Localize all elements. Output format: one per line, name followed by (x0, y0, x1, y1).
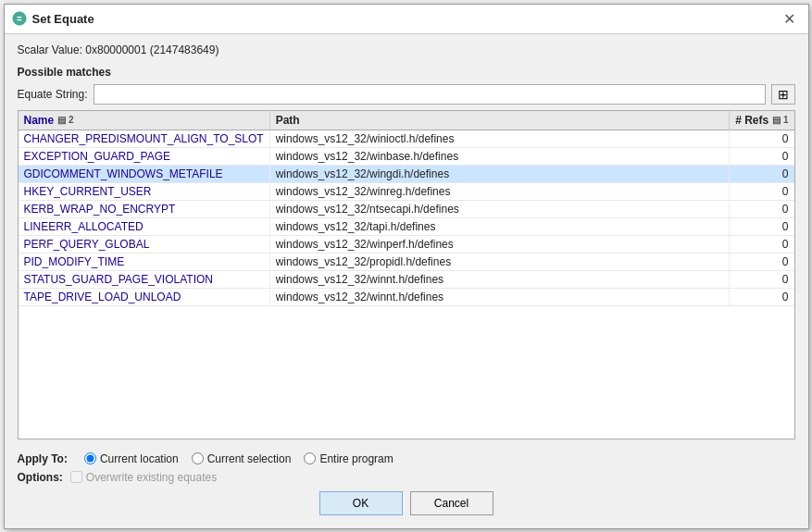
cell-refs: 0 (730, 288, 794, 305)
cell-name: GDICOMMENT_WINDOWS_METAFILE (19, 165, 270, 182)
table-row[interactable]: KERB_WRAP_NO_ENCRYPTwindows_vs12_32/ntse… (19, 200, 794, 217)
radio-entire-program-label: Entire program (319, 452, 393, 465)
svg-text:=: = (17, 14, 22, 24)
cell-name: EXCEPTION_GUARD_PAGE (19, 147, 270, 165)
cell-name: TAPE_DRIVE_LOAD_UNLOAD (19, 288, 270, 305)
cell-refs: 0 (730, 235, 794, 253)
cell-name: STATUS_GUARD_PAGE_VIOLATION (19, 270, 270, 288)
table-body: CHANGER_PREDISMOUNT_ALIGN_TO_SLOTwindows… (19, 130, 794, 305)
scalar-label: Scalar Value: (18, 43, 82, 56)
cell-path: windows_vs12_32/winioctl.h/defines (269, 130, 729, 147)
cell-path: windows_vs12_32/ntsecapi.h/defines (269, 200, 729, 217)
overwrite-checkbox-label: Overwrite existing equates (70, 471, 217, 484)
col-header-path[interactable]: Path (269, 111, 729, 130)
apply-row: Apply To: Current location Current selec… (18, 452, 795, 465)
cell-path: windows_vs12_32/winreg.h/defines (269, 182, 729, 200)
scalar-number: 0x80000001 (2147483649) (85, 43, 219, 56)
col-header-refs[interactable]: # Refs ▤ 1 (730, 111, 794, 130)
dialog-icon: = (12, 11, 27, 26)
cell-path: windows_vs12_32/propidl.h/defines (269, 253, 729, 270)
table-container: Name ▤ 2 Path # Refs ▤ 1 (18, 110, 795, 439)
radio-group: Current location Current selection Entir… (84, 452, 394, 465)
radio-current-location-input[interactable] (84, 452, 96, 464)
table-row[interactable]: EXCEPTION_GUARD_PAGEwindows_vs12_32/winb… (19, 147, 794, 165)
scalar-value: Scalar Value: 0x80000001 (2147483649) (18, 43, 795, 56)
table-row[interactable]: TAPE_DRIVE_LOAD_UNLOADwindows_vs12_32/wi… (19, 288, 794, 305)
radio-entire-program-input[interactable] (304, 452, 316, 464)
table-row[interactable]: PID_MODIFY_TIMEwindows_vs12_32/propidl.h… (19, 253, 794, 270)
options-row: Options: Overwrite existing equates (18, 471, 795, 484)
cell-path: windows_vs12_32/winbase.h/defines (269, 147, 729, 165)
table-row[interactable]: PERF_QUERY_GLOBALwindows_vs12_32/winperf… (19, 235, 794, 253)
refs-col-label: # Refs (735, 114, 768, 127)
cell-name: PERF_QUERY_GLOBAL (19, 235, 270, 253)
cell-path: windows_vs12_32/winnt.h/defines (269, 288, 729, 305)
cell-name: CHANGER_PREDISMOUNT_ALIGN_TO_SLOT (19, 130, 270, 147)
radio-entire-program[interactable]: Entire program (304, 452, 393, 465)
close-button[interactable]: ✕ (779, 7, 801, 30)
set-equate-dialog: = Set Equate ✕ Scalar Value: 0x80000001 … (4, 4, 809, 529)
col-header-name[interactable]: Name ▤ 2 (19, 111, 270, 130)
cancel-button[interactable]: Cancel (410, 491, 493, 515)
cell-name: HKEY_CURRENT_USER (19, 182, 270, 200)
cell-name: KERB_WRAP_NO_ENCRYPT (19, 200, 270, 217)
equate-browse-button[interactable]: ⊞ (771, 84, 795, 105)
cell-refs: 0 (730, 253, 794, 270)
radio-current-location[interactable]: Current location (84, 452, 179, 465)
options-label: Options: (18, 471, 63, 484)
equate-row: Equate String: ⊞ (18, 84, 795, 105)
radio-current-location-label: Current location (100, 452, 179, 465)
cell-refs: 0 (730, 165, 794, 182)
radio-current-selection[interactable]: Current selection (192, 452, 292, 465)
apply-to-label: Apply To: (18, 452, 68, 465)
cell-name: LINEERR_ALLOCATED (19, 217, 270, 235)
overwrite-checkbox[interactable] (70, 471, 82, 483)
cell-name: PID_MODIFY_TIME (19, 253, 270, 270)
dialog-title: Set Equate (32, 12, 94, 26)
cell-refs: 0 (730, 217, 794, 235)
results-table: Name ▤ 2 Path # Refs ▤ 1 (19, 111, 794, 306)
overwrite-label: Overwrite existing equates (86, 471, 217, 484)
name-col-label: Name (24, 114, 55, 127)
name-col-icon: ▤ 2 (57, 115, 73, 125)
ok-button[interactable]: OK (319, 491, 403, 515)
radio-current-selection-label: Current selection (207, 452, 292, 465)
cell-refs: 0 (730, 200, 794, 217)
cell-refs: 0 (730, 147, 794, 165)
equate-string-label: Equate String: (18, 88, 88, 101)
table-row[interactable]: STATUS_GUARD_PAGE_VIOLATIONwindows_vs12_… (19, 270, 794, 288)
table-row[interactable]: HKEY_CURRENT_USERwindows_vs12_32/winreg.… (19, 182, 794, 200)
cell-path: windows_vs12_32/wingdi.h/defines (269, 165, 729, 182)
table-row[interactable]: CHANGER_PREDISMOUNT_ALIGN_TO_SLOTwindows… (19, 130, 794, 147)
title-bar: = Set Equate ✕ (5, 5, 808, 34)
equate-string-input[interactable] (94, 84, 766, 105)
footer-section: Apply To: Current location Current selec… (18, 449, 795, 484)
cell-path: windows_vs12_32/winperf.h/defines (269, 235, 729, 253)
buttons-row: OK Cancel (18, 484, 795, 519)
possible-matches-label: Possible matches (18, 66, 795, 79)
cell-path: windows_vs12_32/tapi.h/defines (269, 217, 729, 235)
cell-refs: 0 (730, 270, 794, 288)
cell-path: windows_vs12_32/winnt.h/defines (269, 270, 729, 288)
dialog-body: Scalar Value: 0x80000001 (2147483649) Po… (5, 34, 808, 528)
path-col-label: Path (276, 114, 300, 127)
cell-refs: 0 (730, 182, 794, 200)
table-row[interactable]: GDICOMMENT_WINDOWS_METAFILEwindows_vs12_… (19, 165, 794, 182)
radio-current-selection-input[interactable] (192, 452, 204, 464)
cell-refs: 0 (730, 130, 794, 147)
table-header-row: Name ▤ 2 Path # Refs ▤ 1 (19, 111, 794, 130)
table-row[interactable]: LINEERR_ALLOCATEDwindows_vs12_32/tapi.h/… (19, 217, 794, 235)
refs-col-icon: ▤ 1 (772, 115, 788, 125)
